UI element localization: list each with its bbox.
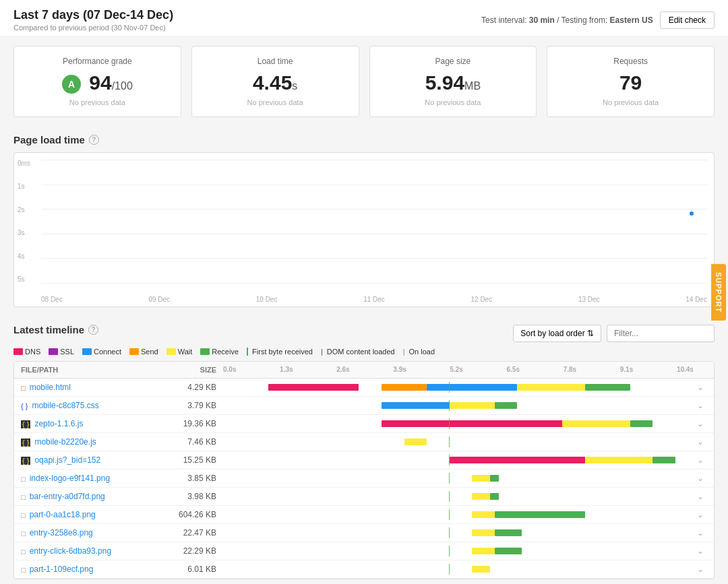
metric-value-performance: A 94/100	[24, 71, 171, 94]
first-byte-line	[449, 418, 450, 429]
expand-button[interactable]: ⌄	[694, 419, 707, 428]
legend-onload: | On load	[403, 348, 435, 356]
js-icon: { }	[21, 457, 30, 465]
img-icon: □	[21, 493, 26, 501]
legend-connect: Connect	[82, 348, 121, 356]
page-load-info-icon[interactable]: ?	[89, 135, 99, 145]
bar-segment	[382, 384, 427, 391]
expand-button[interactable]: ⌄	[694, 401, 707, 410]
table-row: { } mobile-b2220e.js 7.46 KB ⌄	[14, 433, 714, 451]
metric-label-pagesize: Page size	[380, 57, 526, 66]
expand-button[interactable]: ⌄	[694, 437, 707, 447]
support-tab[interactable]: SUPPORT	[711, 263, 726, 320]
file-type-icon: □	[21, 492, 26, 502]
bar-segment	[562, 420, 630, 427]
file-path-cell: { } mobile-c8c875.css	[21, 401, 169, 411]
metric-value-loadtime: 4.45s	[202, 71, 348, 94]
file-name: mobile-c8c875.css	[32, 401, 98, 410]
edit-check-button[interactable]: Edit check	[660, 11, 715, 29]
timeline-section: Latest timeline ? Sort by load order ⇅ D…	[0, 317, 728, 584]
bar-segment	[490, 475, 499, 482]
bar-segment	[630, 420, 653, 427]
table-row: □ bar-entry-a0d7fd.png 3.98 KB ⌄	[14, 488, 714, 506]
bar-segment	[427, 384, 517, 391]
connect-color	[82, 348, 92, 355]
bar-area	[223, 418, 694, 429]
expand-button[interactable]: ⌄	[694, 510, 707, 519]
header: Last 7 days (07 Dec-14 Dec) Compared to …	[0, 0, 728, 36]
grade-score: 94	[89, 71, 111, 94]
expand-button[interactable]: ⌄	[694, 564, 707, 574]
file-type-icon: { }	[21, 437, 30, 447]
expand-button[interactable]: ⌄	[694, 492, 707, 501]
file-path-cell: □ index-logo-e9f141.png	[21, 474, 169, 484]
metric-value-pagesize: 5.94MB	[380, 71, 526, 94]
file-type-icon: { }	[21, 455, 30, 465]
bar-segment	[450, 402, 495, 409]
col-header-file: FILE/PATH	[21, 366, 169, 374]
table-row: { } zepto-1.1.6.js 19.36 KB ⌄	[14, 415, 714, 433]
bar-segment	[517, 384, 585, 391]
metric-sub-requests: No previous data	[557, 98, 704, 106]
first-byte-line	[449, 564, 450, 575]
metric-card-requests: Requests 79 No previous data	[547, 46, 715, 117]
expand-button[interactable]: ⌄	[694, 528, 707, 538]
col-header-bar: 0.0s 1.3s 2.6s 3.9s 5.2s 6.5s 7.8s 9.1s …	[223, 366, 694, 374]
grid-line-4s	[41, 185, 707, 185]
expand-button[interactable]: ⌄	[694, 455, 707, 465]
metric-card-loadtime: Load time 4.45s No previous data	[191, 46, 359, 117]
img-icon: □	[21, 511, 26, 519]
first-byte-line	[449, 400, 450, 411]
file-name: mobile.html	[30, 383, 71, 392]
bar-segment	[495, 529, 522, 536]
html-icon: □	[21, 384, 26, 392]
file-size: 19.36 KB	[169, 419, 223, 428]
grid-line-2s	[41, 234, 707, 234]
grid-line-5s	[41, 160, 707, 160]
sort-button[interactable]: Sort by load order ⇅	[513, 325, 601, 342]
first-byte-line	[449, 473, 450, 484]
bar-area	[223, 473, 694, 484]
ssl-color	[49, 348, 58, 355]
page-title: Last 7 days (07 Dec-14 Dec)	[13, 8, 173, 22]
filter-input[interactable]	[607, 325, 715, 342]
file-type-icon: □	[21, 546, 26, 556]
file-path-cell: { } zepto-1.1.6.js	[21, 419, 169, 429]
legend-wait: Wait	[166, 348, 193, 356]
grade-unit: /100	[112, 80, 133, 92]
timeline-info-icon[interactable]: ?	[88, 325, 98, 335]
expand-button[interactable]: ⌄	[694, 383, 707, 392]
file-type-icon: □	[21, 510, 26, 520]
bar-segment	[495, 402, 518, 409]
file-type-icon: □	[21, 383, 26, 393]
file-name: index-logo-e9f141.png	[30, 474, 110, 483]
bar-area	[223, 455, 694, 465]
first-byte-line	[449, 491, 450, 502]
timeline-controls: Sort by load order ⇅	[513, 325, 715, 342]
table-row: □ part-1-109ecf.png 6.01 KB ⌄	[14, 560, 714, 579]
file-path-cell: □ part-0-aa1c18.png	[21, 510, 169, 520]
file-path-cell: □ mobile.html	[21, 383, 169, 393]
expand-button[interactable]: ⌄	[694, 474, 707, 483]
file-path-cell: { } oqapi.js?_bid=152	[21, 455, 169, 465]
bar-segment	[472, 475, 490, 482]
col-header-size: SIZE	[169, 366, 223, 374]
wait-color	[166, 348, 176, 355]
img-icon: □	[21, 529, 26, 538]
js-icon: { }	[21, 439, 30, 447]
file-path-cell: □ part-1-109ecf.png	[21, 564, 169, 575]
legend-dom-content: | DOM content loaded	[321, 348, 395, 356]
first-byte-line	[449, 546, 450, 556]
page-subtitle: Compared to previous period (30 Nov-07 D…	[13, 24, 173, 32]
expand-button[interactable]: ⌄	[694, 546, 707, 556]
bar-segment	[268, 384, 359, 391]
file-type-icon: { }	[21, 419, 30, 429]
metric-label-loadtime: Load time	[202, 57, 348, 66]
bar-segment	[495, 511, 585, 518]
bar-segment	[404, 439, 427, 445]
file-size: 3.98 KB	[169, 492, 223, 501]
metric-sub-pagesize: No previous data	[380, 98, 526, 106]
bar-segment	[653, 457, 675, 463]
first-byte-line	[449, 455, 450, 465]
file-name: mobile-b2220e.js	[34, 437, 96, 447]
